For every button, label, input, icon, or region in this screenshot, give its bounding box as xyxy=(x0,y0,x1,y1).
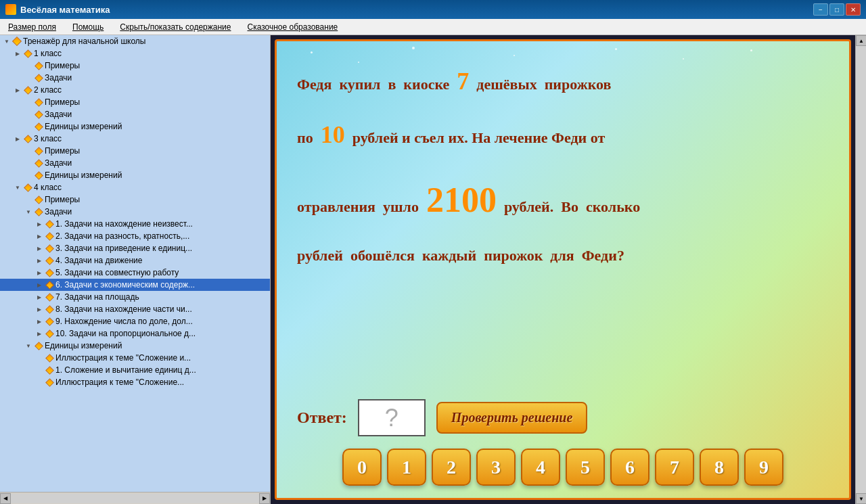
diamond-t1 xyxy=(45,219,54,229)
answer-label: Ответ: xyxy=(297,409,347,427)
num-btn-8[interactable]: 8 xyxy=(700,449,739,486)
sidebar-item-4klass-zadachi[interactable]: Задачи xyxy=(0,206,270,218)
maximize-button[interactable]: □ xyxy=(829,3,844,16)
sidebar-scroll[interactable]: Тренажёр для начальной школы 1 класс При… xyxy=(0,35,270,492)
h-scroll-track[interactable] xyxy=(11,494,259,503)
menu-bar: Размер поля Помощь Скрыть/показать содер… xyxy=(0,19,866,35)
sidebar-item-illust1[interactable]: Иллюстрация к теме "Сложение и... xyxy=(0,352,270,364)
scroll-right-btn[interactable]: ▶ xyxy=(259,493,270,504)
scroll-down-btn[interactable]: ▼ xyxy=(856,493,866,504)
sidebar-item-2klass-edinicy[interactable]: Единицы измерений xyxy=(0,120,270,133)
sidebar-item-task7[interactable]: 7. Задачи на площадь xyxy=(0,291,270,303)
label2: Задачи xyxy=(45,73,72,83)
scroll-up-btn[interactable]: ▲ xyxy=(856,35,866,46)
num-btn-0[interactable]: 0 xyxy=(342,449,382,486)
sidebar-item-3klass-zadachi[interactable]: Задачи xyxy=(0,157,270,169)
sidebar-item-1klass-zadachi[interactable]: Задачи xyxy=(0,72,270,84)
content-scrollbar[interactable]: ▲ ▼ xyxy=(855,35,866,504)
label-p2: Примеры xyxy=(45,97,80,107)
label-t6: 6. Задачи с экономическим содерж... xyxy=(55,280,195,290)
sidebar-item-task5[interactable]: 5. Задачи на совместную работу xyxy=(0,267,270,279)
sidebar-item-2klass[interactable]: 2 класс xyxy=(0,84,270,96)
diamond-icon-root xyxy=(12,37,22,46)
label-1klass: 1 класс xyxy=(34,49,62,58)
arrow-l5 xyxy=(24,122,32,131)
arrow-t4 xyxy=(35,256,43,265)
sidebar-item-root[interactable]: Тренажёр для начальной школы xyxy=(0,35,270,47)
label-z3: Задачи xyxy=(45,158,72,168)
sidebar-item-3klass-primery[interactable]: Примеры xyxy=(0,145,270,157)
sidebar-item-task4[interactable]: 4. Задачи на движение xyxy=(0,254,270,267)
num-btn-4[interactable]: 4 xyxy=(521,449,560,486)
sidebar-item-task6[interactable]: 6. Задачи с экономическим содерж... xyxy=(0,279,270,291)
diamond-t5 xyxy=(45,268,54,277)
check-button[interactable]: Проверить решение xyxy=(436,402,587,434)
answer-box[interactable]: ? xyxy=(358,399,426,436)
diamond-t9 xyxy=(45,317,54,326)
sidebar-item-4klass-edinicy[interactable]: Единицы измерений xyxy=(0,340,270,352)
sidebar-item-3klass-edinicy[interactable]: Единицы измерений xyxy=(0,169,270,181)
diamond-t7 xyxy=(45,292,54,302)
label-t9: 9. Нахождение числа по доле, дол... xyxy=(55,317,193,326)
sidebar-item-task3[interactable]: 3. Задачи на приведение к единиц... xyxy=(0,242,270,254)
num-btn-5[interactable]: 5 xyxy=(566,449,605,486)
diamond-4e xyxy=(34,341,43,350)
diamond-i1 xyxy=(45,353,54,363)
diamond-2k xyxy=(23,85,32,95)
diamond-3k xyxy=(23,134,32,143)
minimize-button[interactable]: − xyxy=(813,3,828,16)
menu-item-fairy[interactable]: Сказочное образование xyxy=(244,21,340,33)
menu-item-help[interactable]: Помощь xyxy=(70,21,106,33)
num-btn-7[interactable]: 7 xyxy=(655,449,694,486)
sidebar-item-task1[interactable]: 1. Задачи на нахождение неизвест... xyxy=(0,218,270,230)
close-button[interactable]: ✕ xyxy=(846,3,861,16)
sidebar-item-3klass[interactable]: 3 класс xyxy=(0,133,270,145)
num-btn-3[interactable]: 3 xyxy=(476,449,516,486)
number-buttons: 0 1 2 3 4 5 6 7 8 9 xyxy=(297,449,829,486)
sidebar-item-task8[interactable]: 8. Задачи на нахождение части чи... xyxy=(0,303,270,315)
diamond-1klass xyxy=(23,49,32,58)
sidebar-item-1klass-primery[interactable]: Примеры xyxy=(0,60,270,72)
num-btn-1[interactable]: 1 xyxy=(387,449,426,486)
sidebar-item-illust2[interactable]: Иллюстрация к теме "Сложение... xyxy=(0,376,270,388)
sidebar: Тренажёр для начальной школы 1 класс При… xyxy=(0,35,271,504)
problem-line3: отравления ушло 2100 рублей. Во сколько xyxy=(297,198,640,215)
v-scroll-track[interactable] xyxy=(856,46,866,493)
label-2klass: 2 класс xyxy=(34,85,62,95)
menu-item-size[interactable]: Размер поля xyxy=(5,21,59,33)
num-btn-6[interactable]: 6 xyxy=(610,449,650,486)
arrow-4klass xyxy=(14,183,22,191)
sidebar-item-2klass-zadachi[interactable]: Задачи xyxy=(0,108,270,120)
sidebar-item-4klass[interactable]: 4 класс xyxy=(0,181,270,193)
arrow-l4 xyxy=(24,110,32,118)
diamond-t4 xyxy=(45,256,54,265)
label-p4: Примеры xyxy=(45,195,80,204)
sidebar-item-slog1[interactable]: 1. Сложение и вычитание единиц д... xyxy=(0,364,270,376)
num-btn-2[interactable]: 2 xyxy=(432,449,471,486)
answer-row: Ответ: ? Проверить решение xyxy=(297,399,829,436)
title-bar: Весёлая математика − □ ✕ xyxy=(0,0,866,19)
sidebar-item-4klass-primery[interactable]: Примеры xyxy=(0,193,270,206)
sidebar-item-task10[interactable]: 10. Задачи на пропорциональное д... xyxy=(0,327,270,340)
label-t1: 1. Задачи на нахождение неизвест... xyxy=(55,219,193,229)
label-t10: 10. Задачи на пропорциональное д... xyxy=(55,329,196,338)
num-btn-9[interactable]: 9 xyxy=(744,449,783,486)
arrow-t1 xyxy=(35,220,43,228)
label-t2: 2. Задачи на разность, кратность,... xyxy=(55,231,189,241)
diamond-s3 xyxy=(34,97,43,107)
menu-item-toggle[interactable]: Скрыть/показать содержание xyxy=(117,21,233,33)
sidebar-item-2klass-primery[interactable]: Примеры xyxy=(0,96,270,108)
diamond-i2 xyxy=(45,377,54,387)
diamond-t8 xyxy=(45,304,54,314)
arrow-l6 xyxy=(24,147,32,155)
sidebar-item-task2[interactable]: 2. Задачи на разность, кратность,... xyxy=(0,230,270,242)
scroll-left-btn[interactable]: ◀ xyxy=(0,493,11,504)
content-area: Федя купил в киоске 7 дешёвых пирожков п… xyxy=(271,35,855,504)
sidebar-item-task9[interactable]: 9. Нахождение числа по доле, дол... xyxy=(0,315,270,327)
sidebar-bottom-bar: ◀ ▶ xyxy=(0,492,270,504)
arrow-t9 xyxy=(35,317,43,325)
arrow-t3 xyxy=(35,244,43,252)
label-t8: 8. Задачи на нахождение части чи... xyxy=(55,304,192,314)
sidebar-item-1klass[interactable]: 1 класс xyxy=(0,47,270,60)
diamond-4k xyxy=(23,183,32,192)
